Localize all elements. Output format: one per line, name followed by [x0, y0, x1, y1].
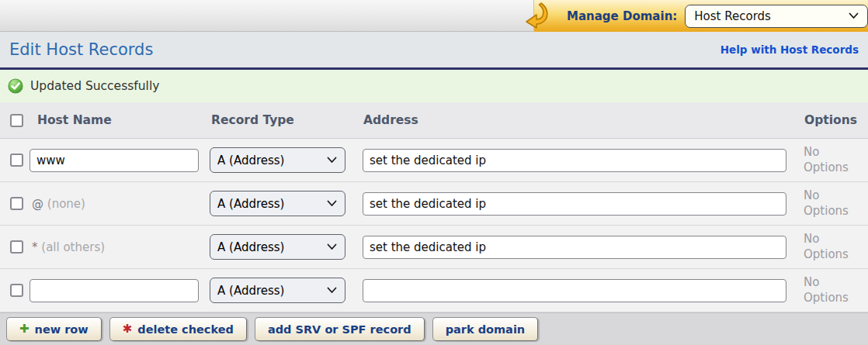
- record-type-select[interactable]: A (Address): [210, 278, 345, 303]
- table-row: A (Address) No Options: [0, 269, 868, 312]
- row-options-text: No Options: [792, 188, 852, 219]
- select-all-checkbox[interactable]: [10, 114, 23, 127]
- row-options-text: No Options: [792, 232, 852, 262]
- table-row: @ (none) A (Address) No Options: [0, 182, 868, 226]
- manage-domain-area: Manage Domain: Host Records: [534, 0, 868, 32]
- asterisk-icon: ✱: [123, 323, 133, 335]
- manage-domain-select-value: Host Records: [694, 9, 771, 23]
- delete-checked-button[interactable]: ✱ delete checked: [109, 317, 247, 341]
- row-checkbox[interactable]: [10, 284, 23, 297]
- column-header-record-type: Record Type: [208, 113, 353, 127]
- title-bar: Edit Host Records Help with Host Records: [0, 32, 868, 67]
- host-name-static: @ (none): [32, 197, 208, 211]
- record-type-select[interactable]: A (Address): [210, 147, 345, 173]
- record-type-value: A (Address): [217, 284, 284, 298]
- new-row-button[interactable]: ✚ new row: [6, 317, 102, 341]
- record-type-select[interactable]: A (Address): [210, 191, 345, 216]
- column-header-options: Options: [792, 113, 868, 127]
- address-input[interactable]: [363, 192, 786, 216]
- table-row: * (all others) A (Address) No Options: [0, 226, 868, 269]
- row-checkbox[interactable]: [10, 154, 23, 167]
- host-note: (all others): [41, 240, 105, 254]
- table-row: A (Address) No Options: [0, 139, 868, 182]
- record-type-value: A (Address): [217, 240, 284, 254]
- address-input[interactable]: [363, 279, 786, 302]
- top-toolbar: Manage Domain: Host Records: [0, 0, 868, 32]
- chevron-down-icon: [327, 243, 337, 250]
- column-header-host-name: Host Name: [30, 113, 208, 127]
- help-link[interactable]: Help with Host Records: [720, 43, 859, 56]
- action-button-bar: ✚ new row ✱ delete checked add SRV or SP…: [0, 312, 868, 345]
- host-note: (none): [47, 197, 85, 211]
- manage-domain-select[interactable]: Host Records: [685, 5, 868, 28]
- chevron-down-icon: [327, 157, 337, 164]
- plus-icon: ✚: [19, 323, 30, 335]
- delete-checked-button-label: delete checked: [137, 323, 234, 336]
- chevron-down-icon: [327, 287, 337, 294]
- add-srv-spf-button-label: add SRV or SPF record: [268, 323, 411, 336]
- host-symbol: *: [32, 240, 38, 254]
- status-message: Updated Successfully: [30, 79, 159, 93]
- row-checkbox[interactable]: [10, 240, 23, 254]
- manage-domain-label: Manage Domain:: [567, 9, 677, 23]
- curved-arrow-icon: [523, 2, 551, 29]
- table-header-row: Host Name Record Type Address Options: [0, 102, 868, 139]
- host-symbol: @: [32, 197, 43, 211]
- park-domain-button-label: park domain: [446, 323, 526, 336]
- record-type-select[interactable]: A (Address): [210, 234, 345, 260]
- row-options-text: No Options: [792, 145, 852, 175]
- toolbar-empty-area: [0, 0, 534, 32]
- record-type-value: A (Address): [217, 197, 284, 211]
- address-input[interactable]: [363, 149, 786, 172]
- host-name-static: * (all others): [32, 240, 208, 254]
- add-srv-spf-button[interactable]: add SRV or SPF record: [255, 317, 425, 341]
- chevron-down-icon: [849, 12, 859, 19]
- park-domain-button[interactable]: park domain: [432, 317, 539, 341]
- status-message-bar: Updated Successfully: [0, 67, 868, 102]
- page-title: Edit Host Records: [9, 40, 153, 59]
- row-checkbox[interactable]: [10, 197, 23, 210]
- host-name-input[interactable]: [30, 149, 199, 172]
- check-circle-icon: [8, 78, 23, 94]
- host-name-input[interactable]: [30, 279, 199, 302]
- chevron-down-icon: [327, 200, 337, 207]
- row-options-text: No Options: [792, 275, 852, 305]
- record-type-value: A (Address): [217, 154, 284, 167]
- column-header-address: Address: [353, 113, 792, 127]
- new-row-button-label: new row: [35, 323, 89, 336]
- address-input[interactable]: [363, 236, 786, 259]
